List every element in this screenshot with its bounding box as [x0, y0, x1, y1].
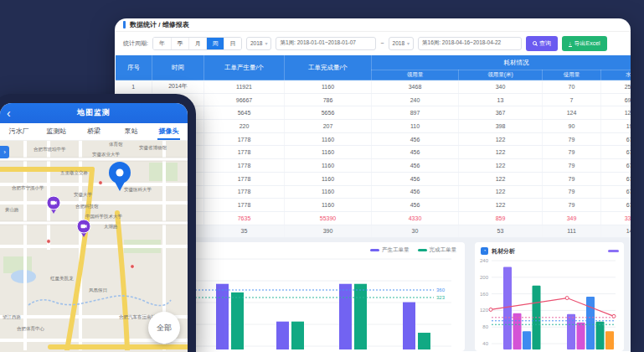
y-axis-tick: 160: [480, 292, 489, 297]
export-button-label: 导出Excel: [574, 39, 600, 48]
period-option-季[interactable]: 季: [171, 38, 188, 49]
consumable-bar[interactable]: [577, 323, 585, 349]
table-cell: 670: [601, 159, 631, 173]
trend-point[interactable]: [565, 297, 569, 300]
year-end-select[interactable]: 2018 ▾: [389, 37, 414, 50]
back-chevron-icon[interactable]: ‹: [7, 106, 11, 121]
phone-tab-泵站[interactable]: 泵站: [112, 123, 150, 140]
reference-line-label: 360: [436, 287, 446, 292]
period-option-月[interactable]: 月: [188, 38, 206, 49]
bar-produced[interactable]: [339, 284, 352, 349]
search-icon: [533, 41, 537, 45]
range-separator: ~: [380, 40, 384, 46]
camera-icon: [51, 201, 56, 204]
map-expander-button[interactable]: ›: [0, 146, 9, 158]
y-axis-tick: 120: [480, 308, 489, 313]
col-sub: 使用量: [543, 70, 601, 80]
table-cell: 5645: [204, 106, 285, 120]
trend-point[interactable]: [612, 315, 616, 318]
table-cell: 5656: [285, 106, 372, 120]
consumable-bar[interactable]: [586, 297, 595, 349]
table-cell: 240: [372, 93, 459, 106]
table-cell: 1160: [285, 199, 372, 212]
table-cell: 1160: [285, 80, 372, 94]
consumable-bar[interactable]: [605, 331, 614, 349]
period-option-年[interactable]: 年: [153, 38, 171, 49]
poi-marker[interactable]: [131, 265, 135, 269]
filter-toolbar: 统计周期: 年季月周日 2018 ▾ 第1周: 2018-01-01~2018-…: [115, 32, 631, 54]
phone-app-header: ‹ 地图监测: [0, 103, 188, 123]
period-option-周[interactable]: 周: [206, 38, 224, 49]
table-cell: 456: [372, 132, 459, 146]
phone-tab-污水厂[interactable]: 污水厂: [0, 123, 38, 140]
bar-completed[interactable]: [291, 322, 304, 349]
bar-completed[interactable]: [354, 284, 367, 349]
consumable-bar[interactable]: [503, 267, 512, 350]
map-label: 合肥市琥珀中学: [33, 147, 66, 153]
table-cell: 349: [543, 211, 601, 225]
map-all-button[interactable]: 全部: [148, 312, 180, 344]
year-start-select[interactable]: 2018 ▾: [246, 37, 271, 50]
map-view[interactable]: 合肥市琥珀中学体育馆安徽省博物馆安徽农业大学五里墩立交桥合肥市宁溪小学安徽大学合…: [0, 141, 188, 352]
table-cell: 456: [372, 159, 459, 173]
y-axis-tick: 200: [480, 275, 489, 280]
week-end-value: 第16周: 2018-04-16~2018-04-22: [422, 39, 501, 47]
table-cell: 140: [601, 225, 631, 238]
table-cell: 6900: [601, 93, 631, 106]
consumable-bar[interactable]: [596, 322, 605, 349]
poi-marker[interactable]: [47, 240, 51, 244]
table-cell: 122: [459, 199, 543, 212]
breadcrumb: 数据统计 / 维修报表: [130, 20, 189, 29]
query-button[interactable]: 查询: [526, 36, 558, 51]
table-cell: 70: [543, 80, 601, 94]
table-cell: 122: [459, 185, 543, 199]
table-cell: 2014年: [152, 80, 204, 94]
map-label: 五里墩立交桥: [60, 170, 89, 176]
period-option-日[interactable]: 日: [224, 38, 241, 49]
map-label: 合肥科技馆: [75, 204, 99, 210]
legend-item[interactable]: 完成工单量: [418, 246, 457, 254]
col-sub: 领用量(米): [459, 70, 543, 80]
poi-marker[interactable]: [99, 181, 103, 185]
table-cell: 390: [285, 225, 372, 238]
table-cell: 1778: [204, 199, 285, 212]
phone-tab-摄像头[interactable]: 摄像头: [150, 123, 188, 140]
bar-produced[interactable]: [276, 322, 289, 349]
consumable-bar[interactable]: [523, 331, 531, 349]
bar-produced[interactable]: [216, 284, 229, 349]
chevron-down-icon: ▾: [407, 40, 410, 46]
year-start-value: 2018: [250, 40, 262, 46]
phone-tab-监测站[interactable]: 监测站: [38, 123, 75, 140]
trend-point[interactable]: [489, 308, 492, 312]
week-start-input[interactable]: 第1周: 2018-01-01~2018-01-07: [276, 37, 376, 50]
page-background: { "colors": { "background_navy": "#232d5…: [0, 0, 644, 352]
breadcrumb-bar: 数据统计 / 维修报表: [115, 18, 631, 32]
phone-tab-桥梁[interactable]: 桥梁: [75, 123, 113, 140]
phone-frame: ‹ 地图监测 污水厂监测站桥梁泵站摄像头: [0, 94, 196, 352]
pie-chart-icon: ◔: [481, 247, 488, 255]
query-button-label: 查询: [539, 39, 551, 48]
table-row: 12014年1192111603468340702500: [116, 80, 631, 94]
consumable-bar-line-chart[interactable]: 2402001601208040: [475, 257, 617, 349]
table-cell: 30: [372, 225, 459, 238]
consumable-chart-card: ◔ 耗材分析 2402001601208040: [475, 242, 624, 351]
bar-completed[interactable]: [231, 292, 244, 349]
table-cell: 1: [116, 80, 152, 94]
table-cell: 79: [543, 132, 601, 146]
export-excel-button[interactable]: ↓ 导出Excel: [562, 36, 607, 51]
col-time: 时间: [152, 55, 204, 80]
table-cell: 111: [543, 225, 601, 238]
bar-produced[interactable]: [403, 303, 415, 349]
y-axis-tick: 40: [482, 341, 488, 346]
table-cell: 7: [543, 93, 601, 106]
table-cell: 398: [459, 120, 543, 133]
col-seq: 序号: [116, 55, 152, 80]
consumable-bar[interactable]: [567, 314, 575, 349]
table-cell: 122: [459, 159, 543, 173]
consumable-bar[interactable]: [513, 313, 522, 349]
table-cell: 13: [459, 93, 543, 106]
legend-item[interactable]: 产生工单量: [370, 246, 410, 254]
week-end-input[interactable]: 第16周: 2018-04-16~2018-04-22: [418, 37, 522, 50]
bar-completed[interactable]: [418, 333, 430, 349]
reference-line-label: 323: [436, 295, 446, 300]
